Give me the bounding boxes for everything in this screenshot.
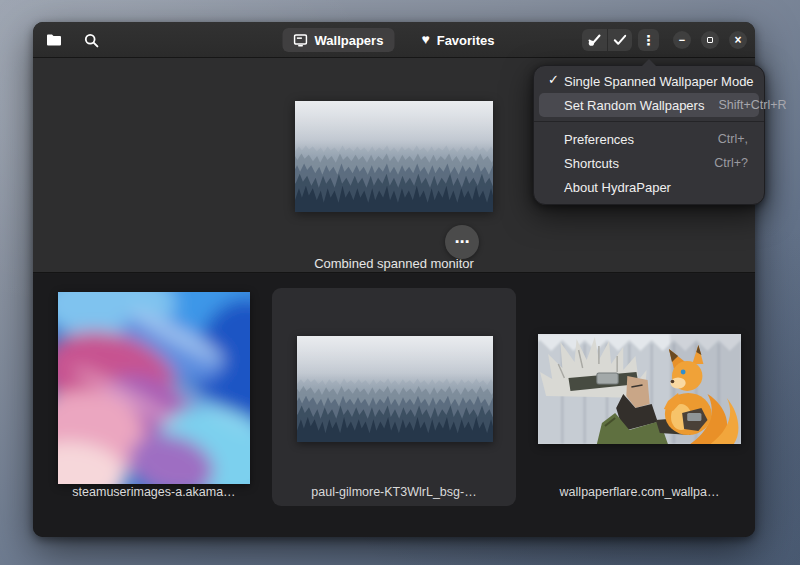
maximize-button[interactable] [701, 31, 719, 49]
menu-item-shortcuts[interactable]: Shortcuts Ctrl+? [539, 151, 759, 175]
close-icon: × [734, 34, 741, 46]
minimize-icon: − [679, 35, 685, 46]
apply-button[interactable] [607, 29, 632, 51]
minimize-button[interactable]: − [673, 31, 691, 49]
wallpaper-filename: wallpaperflare.com_wallpa… [527, 485, 752, 501]
apply-random-button[interactable] [582, 29, 607, 51]
wallpapers-section: steamuserimages-a.akama… paul-gilmore-KT… [33, 274, 755, 537]
shortcut-hint: Ctrl+? [700, 156, 748, 170]
more-options-icon: ⋯ [455, 233, 470, 251]
hydrapaper-window: Wallpapers ♥ Favorites [33, 22, 755, 537]
maximize-icon [707, 37, 713, 43]
tab-favorites-label: Favorites [437, 33, 495, 48]
apply-random-icon [587, 33, 602, 47]
tab-favorites[interactable]: ♥ Favorites [410, 28, 505, 52]
apply-check-icon [613, 34, 627, 46]
wallpaper-filename: steamuserimages-a.akama… [42, 485, 266, 501]
menu-item-preferences[interactable]: Preferences Ctrl+, [539, 127, 759, 151]
menu-separator [534, 121, 764, 122]
wallpaper-item-abstract[interactable] [58, 292, 250, 484]
tab-wallpapers[interactable]: Wallpapers [283, 28, 395, 52]
shortcut-hint: Ctrl+, [704, 132, 748, 146]
monitor-caption: Combined spanned monitor [33, 256, 755, 271]
wallpaper-filename: paul-gilmore-KT3WlrL_bsg-… [272, 485, 516, 501]
primary-menu-popover: ✓ Single Spanned Wallpaper Mode Set Rand… [533, 65, 765, 205]
tab-wallpapers-label: Wallpapers [315, 33, 384, 48]
menu-item-about[interactable]: About HydraPaper [539, 175, 759, 199]
titlebar: Wallpapers ♥ Favorites [33, 22, 755, 58]
display-icon [294, 34, 308, 47]
combined-monitor-thumbnail[interactable] [295, 101, 493, 212]
apply-button-group [582, 29, 632, 51]
open-folder-button[interactable] [43, 29, 65, 51]
heart-icon: ♥ [421, 32, 429, 46]
menu-item-single-spanned-mode[interactable]: ✓ Single Spanned Wallpaper Mode [539, 69, 759, 93]
menu-item-set-random-wallpapers[interactable]: Set Random Wallpapers Shift+Ctrl+R [539, 93, 759, 117]
search-icon [84, 33, 99, 48]
check-icon: ✓ [548, 72, 559, 87]
wallpaper-thumbnail-forest[interactable] [297, 336, 493, 442]
folder-icon [46, 33, 62, 47]
wallpaper-item-anime[interactable] [538, 334, 741, 444]
primary-menu-button[interactable]: ⋮ [638, 29, 659, 51]
close-button[interactable]: × [729, 31, 747, 49]
shortcut-hint: Shift+Ctrl+R [704, 98, 786, 112]
menu-dots-icon: ⋮ [642, 32, 656, 48]
search-button[interactable] [80, 29, 102, 51]
more-options-button[interactable]: ⋯ [445, 225, 479, 259]
